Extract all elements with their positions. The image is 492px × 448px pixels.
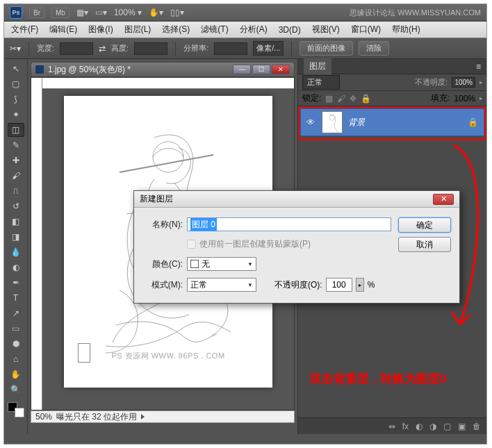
annotation-text: 双击背景层，转换为图层0	[310, 371, 446, 387]
menu-window[interactable]: 窗口(W)	[347, 22, 385, 38]
mini-bridge-button[interactable]: Mb	[51, 8, 69, 18]
minimize-button[interactable]: —	[233, 65, 251, 74]
menu-view[interactable]: 视图(V)	[308, 22, 344, 38]
blur-tool-icon[interactable]: 💧	[8, 245, 24, 259]
arrange-icon[interactable]: ▯▯▾	[170, 8, 184, 17]
menu-image[interactable]: 图像(I)	[84, 22, 117, 38]
dodge-tool-icon[interactable]: ◐	[8, 260, 24, 274]
mode-select[interactable]: 正常	[187, 278, 256, 292]
history-brush-icon[interactable]: ↺	[8, 199, 24, 213]
background-color[interactable]	[15, 408, 24, 417]
trash-icon[interactable]: 🗑	[473, 422, 481, 431]
toolbox: ↖ ▢ ⟆ ✦ ◫ ✎ ✚ 🖌 ⎍ ↺ ◧ ◨ 💧 ◐ ✒ T ↗ ▭ ⬢ ⌂ …	[4, 59, 28, 434]
new-layer-icon[interactable]: ▣	[458, 422, 466, 431]
layer-thumbnail[interactable]	[322, 111, 343, 133]
menu-edit[interactable]: 编辑(E)	[45, 22, 81, 38]
shape-tool-icon[interactable]: ▭	[8, 322, 24, 335]
opacity-label: 不透明度:	[415, 77, 448, 88]
zoom-percent[interactable]: 100%	[114, 8, 136, 17]
camera-tool-icon[interactable]: ⌂	[8, 352, 24, 366]
lock-all-icon[interactable]: 🔒	[361, 94, 371, 103]
dialog-close-button[interactable]: ✕	[433, 194, 454, 205]
layer-row-background[interactable]: 👁 背景 🔒	[300, 108, 484, 136]
panel-footer: ⇔ fx ◐ ◑ ▢ ▣ 🗑	[298, 417, 486, 434]
front-image-button[interactable]: 前面的图像	[300, 41, 353, 56]
ps-logo: Ps	[10, 6, 22, 19]
bridge-button[interactable]: Br	[29, 8, 44, 18]
menu-select[interactable]: 选择(S)	[158, 22, 194, 38]
unit-select[interactable]: 像素/...	[253, 41, 284, 56]
menu-filter[interactable]: 滤镜(T)	[197, 22, 232, 38]
cancel-button[interactable]: 取消	[398, 237, 451, 252]
fill-value[interactable]: 100%	[454, 94, 475, 103]
hand-tool-icon[interactable]: ✋▾	[149, 8, 163, 17]
move-tool-icon[interactable]: ↖	[8, 62, 24, 76]
hand-tool-icon[interactable]: ✋	[8, 367, 24, 381]
wand-tool-icon[interactable]: ✦	[8, 108, 24, 122]
doc-icon	[35, 65, 44, 74]
3d-tool-icon[interactable]: ⬢	[8, 337, 24, 351]
horizontal-ruler	[42, 78, 294, 89]
name-input[interactable]: 图层 0	[187, 217, 391, 231]
status-zoom[interactable]: 50%	[35, 412, 52, 422]
brush-tool-icon[interactable]: 🖌	[8, 169, 24, 183]
blend-mode-select[interactable]: 正常	[302, 75, 340, 90]
lock-position-icon[interactable]: ✥	[350, 94, 356, 103]
opacity-value[interactable]: 100%	[452, 77, 475, 88]
width-field[interactable]	[60, 42, 93, 55]
lasso-tool-icon[interactable]: ⟆	[8, 92, 24, 106]
status-menu-icon[interactable]	[141, 414, 145, 420]
lock-row: 锁定: ▦ 🖌 ✥ 🔒 填充: 100%▸	[298, 91, 486, 106]
dialog-title: 新建图层	[140, 193, 173, 205]
type-tool-icon[interactable]: T	[8, 291, 24, 305]
menu-layer[interactable]: 图层(L)	[120, 22, 156, 38]
resolution-field[interactable]	[214, 42, 247, 55]
color-select[interactable]: 无	[187, 257, 256, 271]
layer-name: 背景	[348, 117, 365, 128]
clear-button[interactable]: 清除	[359, 41, 389, 56]
color-label: 颜色(C):	[142, 258, 183, 270]
document-title-bar[interactable]: 1.jpg @ 50%(灰色/8) * — ☐ ✕	[31, 62, 295, 77]
fill-label: 填充:	[431, 92, 450, 104]
crop-tool-icon[interactable]: ◫	[8, 123, 24, 137]
maximize-button[interactable]: ☐	[252, 65, 270, 74]
opacity-spinner[interactable]: ▸	[356, 278, 364, 292]
marquee-tool-icon[interactable]: ▢	[8, 77, 24, 91]
menu-analysis[interactable]: 分析(A)	[236, 22, 272, 38]
panel-menu-icon[interactable]: ≡	[476, 62, 481, 72]
color-swatch[interactable]	[8, 402, 24, 417]
swap-icon[interactable]: ⇄	[99, 44, 106, 53]
zoom-tool-icon[interactable]: 🔍	[8, 383, 24, 397]
stamp-tool-icon[interactable]: ⎍	[8, 184, 24, 198]
menu-file[interactable]: 文件(F)	[7, 22, 42, 38]
eyedropper-tool-icon[interactable]: ✎	[8, 138, 24, 152]
opacity-input[interactable]: 100	[326, 278, 352, 292]
close-button[interactable]: ✕	[272, 65, 290, 74]
menu-3d[interactable]: 3D(D)	[274, 23, 305, 37]
lock-pixels-icon[interactable]: 🖌	[337, 94, 345, 103]
menu-help[interactable]: 帮助(H)	[388, 22, 425, 38]
panel-header: 图层 ≡	[298, 59, 486, 74]
folder-icon[interactable]: ▢	[443, 422, 451, 431]
eraser-tool-icon[interactable]: ◧	[8, 215, 24, 229]
healing-tool-icon[interactable]: ✚	[8, 154, 24, 167]
crop-tool-icon[interactable]: ✂▾	[10, 44, 21, 53]
link-icon[interactable]: ⇔	[388, 422, 395, 431]
adjustment-icon[interactable]: ◑	[429, 422, 436, 431]
path-tool-icon[interactable]: ↗	[8, 306, 24, 320]
screen-mode-icon[interactable]: ▭▾	[95, 8, 107, 17]
layers-tab[interactable]: 图层	[304, 58, 331, 74]
svg-point-0	[153, 142, 183, 172]
height-field[interactable]	[134, 42, 167, 55]
visibility-icon[interactable]: 👁	[306, 117, 316, 127]
fx-icon[interactable]: fx	[402, 422, 409, 431]
dialog-title-bar[interactable]: 新建图层 ✕	[134, 191, 459, 208]
mode-label: 模式(M):	[142, 279, 183, 291]
view-extras-icon[interactable]: ▦▾	[76, 8, 88, 17]
blend-row: 正常 不透明度: 100%▸	[298, 74, 486, 91]
pen-tool-icon[interactable]: ✒	[8, 276, 24, 290]
lock-transparent-icon[interactable]: ▦	[325, 94, 333, 103]
gradient-tool-icon[interactable]: ◨	[8, 230, 24, 244]
ok-button[interactable]: 确定	[398, 217, 451, 233]
mask-icon[interactable]: ◐	[416, 422, 423, 431]
